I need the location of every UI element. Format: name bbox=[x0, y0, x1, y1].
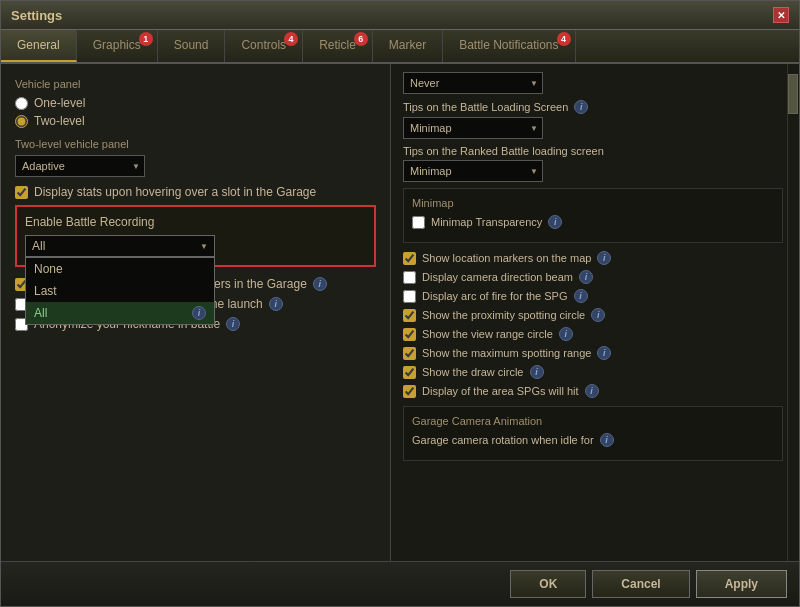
right-scrollbar-thumb[interactable] bbox=[788, 74, 798, 114]
two-level-label: Two-level vehicle panel bbox=[15, 138, 376, 150]
tab-badge-graphics: 1 bbox=[139, 32, 153, 46]
enable-recording-label: Enable Battle Recording bbox=[25, 215, 366, 229]
garage-camera-section: Garage Camera Animation Garage camera ro… bbox=[403, 406, 783, 461]
minimap-section-title: Minimap bbox=[412, 197, 774, 209]
minimap2-dropdown[interactable]: Minimap bbox=[403, 160, 543, 182]
tab-controls[interactable]: Controls 4 bbox=[225, 30, 303, 62]
display-area-info-icon[interactable]: i bbox=[585, 384, 599, 398]
right-panel: Never Tips on the Battle Loading Screen … bbox=[391, 64, 799, 561]
show-proximity-info-icon[interactable]: i bbox=[591, 308, 605, 322]
tab-badge-battle-notifications: 4 bbox=[557, 32, 571, 46]
minimap2-dropdown-row: Minimap bbox=[403, 160, 783, 182]
right-scrollbar-track bbox=[787, 64, 799, 561]
show-view-range-checkbox[interactable] bbox=[403, 328, 416, 341]
show-location-row: Show location markers on the map i bbox=[403, 251, 783, 265]
show-proximity-checkbox[interactable] bbox=[403, 309, 416, 322]
cancel-button[interactable]: Cancel bbox=[592, 570, 689, 598]
close-button[interactable]: ✕ bbox=[773, 7, 789, 23]
adaptive-dropdown-row: Adaptive bbox=[15, 155, 376, 177]
minimap2-dropdown-wrapper: Minimap bbox=[403, 160, 543, 182]
minimap-transparency-row: Minimap Transparency i bbox=[412, 215, 774, 229]
display-camera-row: Display camera direction beam i bbox=[403, 270, 783, 284]
show-draw-checkbox[interactable] bbox=[403, 366, 416, 379]
tab-battle-notifications[interactable]: Battle Notifications 4 bbox=[443, 30, 575, 62]
show-max-spotting-row: Show the maximum spotting range i bbox=[403, 346, 783, 360]
window-title: Settings bbox=[11, 8, 62, 23]
vehicle-panel-label: Vehicle panel bbox=[15, 78, 376, 90]
vehicle-panel-radio-group: One-level Two-level bbox=[15, 96, 376, 128]
never-dropdown-wrapper: Never bbox=[403, 72, 543, 94]
show-draw-row: Show the draw circle i bbox=[403, 365, 783, 379]
adaptive-dropdown-wrapper: Adaptive bbox=[15, 155, 145, 177]
tab-general[interactable]: General bbox=[1, 30, 77, 62]
minimap1-dropdown-wrapper: Minimap bbox=[403, 117, 543, 139]
display-area-row: Display of the area SPGs will hit i bbox=[403, 384, 783, 398]
minimap1-dropdown-row: Minimap bbox=[403, 117, 783, 139]
dropdown-option-all[interactable]: All i bbox=[26, 302, 214, 324]
tab-marker[interactable]: Marker bbox=[373, 30, 443, 62]
apply-button[interactable]: Apply bbox=[696, 570, 787, 598]
platoon-info-icon[interactable]: i bbox=[313, 277, 327, 291]
show-location-info-icon[interactable]: i bbox=[597, 251, 611, 265]
recording-dropdown-list: None Last All i bbox=[25, 257, 215, 325]
tab-reticle[interactable]: Reticle 6 bbox=[303, 30, 373, 62]
radio-two-level[interactable] bbox=[15, 115, 28, 128]
show-view-range-row: Show the view range circle i bbox=[403, 327, 783, 341]
ok-button[interactable]: OK bbox=[510, 570, 586, 598]
right-panel-wrapper: Never Tips on the Battle Loading Screen … bbox=[391, 64, 799, 561]
display-stats-row: Display stats upon hovering over a slot … bbox=[15, 185, 376, 199]
display-arc-row: Display arc of fire for the SPG i bbox=[403, 289, 783, 303]
radio-one-level[interactable] bbox=[15, 97, 28, 110]
display-stats-checkbox[interactable] bbox=[15, 186, 28, 199]
title-bar: Settings ✕ bbox=[1, 1, 799, 30]
server-info-icon[interactable]: i bbox=[269, 297, 283, 311]
anonymize-info-icon[interactable]: i bbox=[226, 317, 240, 331]
display-camera-checkbox[interactable] bbox=[403, 271, 416, 284]
never-dropdown[interactable]: Never bbox=[403, 72, 543, 94]
tab-badge-reticle: 6 bbox=[354, 32, 368, 46]
all-info-icon[interactable]: i bbox=[192, 306, 206, 320]
show-location-checkbox[interactable] bbox=[403, 252, 416, 265]
minimap-section: Minimap Minimap Transparency i bbox=[403, 188, 783, 243]
recording-dropdown-btn[interactable]: All bbox=[25, 235, 215, 257]
tab-graphics[interactable]: Graphics 1 bbox=[77, 30, 158, 62]
radio-one-level-item[interactable]: One-level bbox=[15, 96, 376, 110]
minimap-transparency-info-icon[interactable]: i bbox=[548, 215, 562, 229]
tips-battle-row: Tips on the Battle Loading Screen i bbox=[403, 100, 783, 114]
minimap1-dropdown[interactable]: Minimap bbox=[403, 117, 543, 139]
tips-battle-info-icon[interactable]: i bbox=[574, 100, 588, 114]
adaptive-dropdown[interactable]: Adaptive bbox=[15, 155, 145, 177]
dropdown-option-last[interactable]: Last bbox=[26, 280, 214, 302]
radio-two-level-item[interactable]: Two-level bbox=[15, 114, 376, 128]
settings-window: Settings ✕ General Graphics 1 Sound Cont… bbox=[0, 0, 800, 607]
content-area: Vehicle panel One-level Two-level Two-le… bbox=[1, 64, 799, 561]
left-panel: Vehicle panel One-level Two-level Two-le… bbox=[1, 64, 391, 561]
tab-bar: General Graphics 1 Sound Controls 4 Reti… bbox=[1, 30, 799, 64]
tips-ranked-row: Tips on the Ranked Battle loading screen bbox=[403, 145, 783, 157]
footer: OK Cancel Apply bbox=[1, 561, 799, 606]
show-max-spotting-checkbox[interactable] bbox=[403, 347, 416, 360]
show-max-spotting-info-icon[interactable]: i bbox=[597, 346, 611, 360]
minimap-transparency-checkbox[interactable] bbox=[412, 216, 425, 229]
tab-badge-controls: 4 bbox=[284, 32, 298, 46]
show-view-range-info-icon[interactable]: i bbox=[559, 327, 573, 341]
display-area-checkbox[interactable] bbox=[403, 385, 416, 398]
enable-battle-recording-section: Enable Battle Recording All None Last Al… bbox=[15, 205, 376, 267]
garage-camera-row: Garage camera rotation when idle for i bbox=[412, 433, 774, 447]
dropdown-option-none[interactable]: None bbox=[26, 258, 214, 280]
display-camera-info-icon[interactable]: i bbox=[579, 270, 593, 284]
display-arc-checkbox[interactable] bbox=[403, 290, 416, 303]
garage-camera-title: Garage Camera Animation bbox=[412, 415, 774, 427]
never-dropdown-row: Never bbox=[403, 72, 783, 94]
garage-camera-info-icon[interactable]: i bbox=[600, 433, 614, 447]
show-draw-info-icon[interactable]: i bbox=[530, 365, 544, 379]
recording-dropdown-container: All None Last All i bbox=[25, 235, 215, 257]
display-arc-info-icon[interactable]: i bbox=[574, 289, 588, 303]
tab-sound[interactable]: Sound bbox=[158, 30, 226, 62]
show-proximity-row: Show the proximity spotting circle i bbox=[403, 308, 783, 322]
